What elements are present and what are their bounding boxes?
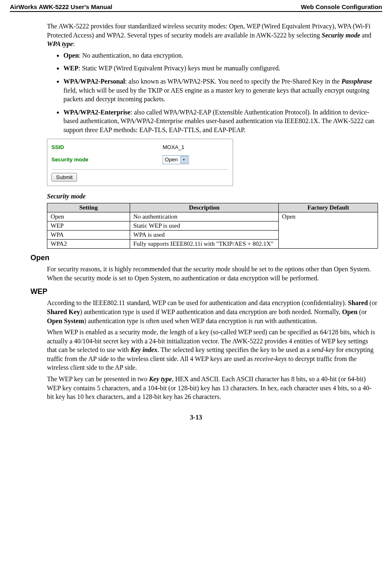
divider [51, 169, 229, 170]
wep-paragraph-3: The WEP key can be presented in two Key … [47, 375, 378, 401]
wep-p2-sendkey: send-key [311, 346, 334, 353]
security-mode-select-value: Open [165, 156, 178, 163]
table-row: Open No authentication Open [47, 212, 378, 221]
table-header-row: Setting Description Factory Default [47, 203, 378, 212]
open-paragraph: For security reasons, it is highly recom… [47, 265, 378, 282]
config-screenshot: SSID MOXA_1 Security mode Open ▾ Submit [47, 139, 233, 186]
security-mode-label: Security mode [51, 156, 163, 163]
bullet-wep-title: WEP [63, 65, 78, 72]
chevron-down-icon: ▾ [180, 156, 188, 163]
bullet-wpa-personal: WPA/WPA2-Personal: also known as WPA/WPA… [63, 77, 378, 104]
intro-text-e: : [73, 40, 75, 47]
wep-paragraph-2: When WEP is enabled as a security mode, … [47, 328, 378, 372]
bullet-open-text: : No authentication, no data encryption. [79, 52, 183, 59]
bullet-wpa-personal-text-a: : also known as WPA/WPA2-PSK. You need t… [125, 78, 342, 85]
page-header: AirWorks AWK-5222 User's Manual Web Cons… [10, 3, 382, 12]
wep-paragraph-1: According to the IEEE802.11 standard, WE… [47, 298, 378, 325]
wep-p3-a: The WEP key can be presented in two [47, 375, 149, 382]
cell-setting: WEP [47, 221, 130, 231]
wep-p2-receivekeys: receive-keys [254, 355, 287, 362]
cell-setting: Open [47, 212, 130, 221]
bullet-wpa-personal-text-c: field, which will be used by the TKIP or… [63, 87, 369, 103]
security-mode-select[interactable]: Open ▾ [163, 155, 189, 164]
th-description: Description [130, 203, 278, 212]
cell-description: No authentication [130, 212, 278, 221]
bullet-wep-text: : Static WEP (Wired Equivalent Privacy) … [78, 65, 280, 72]
th-setting: Setting [47, 203, 130, 212]
intro-paragraph: The AWK-5222 provides four standardized … [47, 22, 378, 49]
wep-p2-c: . The selected key setting specifies the… [157, 346, 311, 353]
bullet-wpa-personal-passphrase: Passphrase [341, 78, 372, 85]
header-right: Web Console Configuration [301, 3, 382, 10]
wep-p3-keytype: Key type [149, 375, 172, 382]
wep-p1-a: According to the IEEE802.11 standard, WE… [47, 299, 348, 306]
bullet-open: Open: No authentication, no data encrypt… [63, 51, 378, 60]
wep-heading: WEP [30, 287, 378, 296]
intro-security-mode: Security mode [322, 32, 360, 39]
wep-p1-sharedkey: Shared Key [47, 308, 80, 315]
page-number: 3-13 [10, 414, 382, 421]
table-title: Security mode [47, 192, 378, 201]
bullet-wpa-enterprise: WPA/WPA2-Enterprise: also called WPA/WPA… [63, 108, 378, 135]
ssid-label: SSID [51, 144, 163, 150]
security-mode-table: Setting Description Factory Default Open… [47, 203, 378, 249]
submit-button[interactable]: Submit [51, 173, 77, 182]
bullet-wpa-personal-title: WPA/WPA2-Personal [63, 78, 125, 85]
intro-text-c: and [360, 32, 371, 39]
open-heading: Open [30, 254, 378, 262]
mode-bullet-list: Open: No authentication, no data encrypt… [47, 51, 378, 135]
bullet-open-title: Open [63, 52, 79, 59]
wep-p2-keyindex: Key index [131, 346, 157, 353]
wep-p1-c: (or [368, 299, 377, 306]
intro-wpa-type: WPA type [47, 40, 73, 47]
cell-default: Open [279, 212, 378, 249]
wep-p1-i: ) authentication type is often used when… [84, 317, 317, 324]
cell-setting: WPA [47, 231, 130, 240]
wep-p1-e: ) authentication type is used if WEP aut… [80, 308, 342, 315]
wep-p1-shared: Shared [348, 299, 368, 306]
header-left: AirWorks AWK-5222 User's Manual [10, 3, 112, 10]
wep-p1-opensystem: Open System [47, 317, 84, 324]
ssid-value: MOXA_1 [163, 144, 184, 150]
cell-description: WPA is used [130, 231, 278, 240]
cell-description: Fully supports IEEE802.11i with "TKIP/AE… [130, 240, 278, 249]
cell-description: Static WEP is used [130, 221, 278, 231]
wep-p1-open: Open [342, 308, 357, 315]
bullet-wep: WEP: Static WEP (Wired Equivalent Privac… [63, 64, 378, 73]
bullet-wpa-enterprise-title: WPA/WPA2-Enterprise [63, 109, 131, 116]
wep-p1-g: (or [357, 308, 367, 315]
cell-setting: WPA2 [47, 240, 130, 249]
th-default: Factory Default [279, 203, 378, 212]
